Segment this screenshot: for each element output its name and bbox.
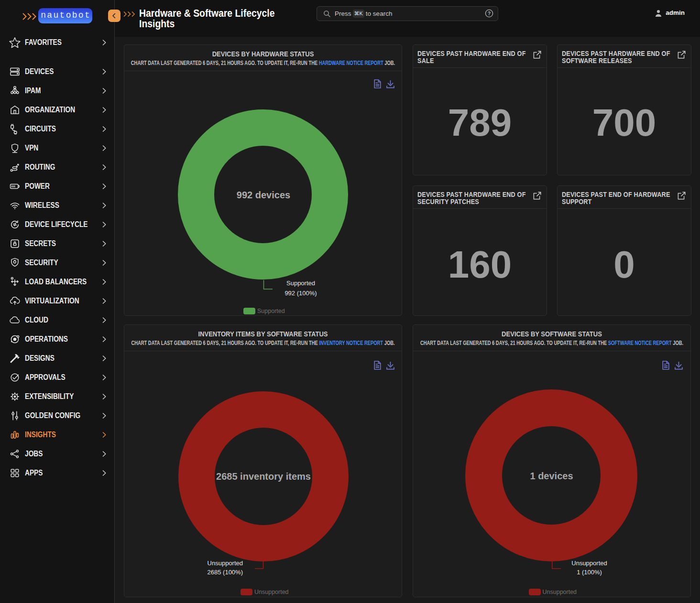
svg-text:?: ?	[488, 11, 491, 16]
